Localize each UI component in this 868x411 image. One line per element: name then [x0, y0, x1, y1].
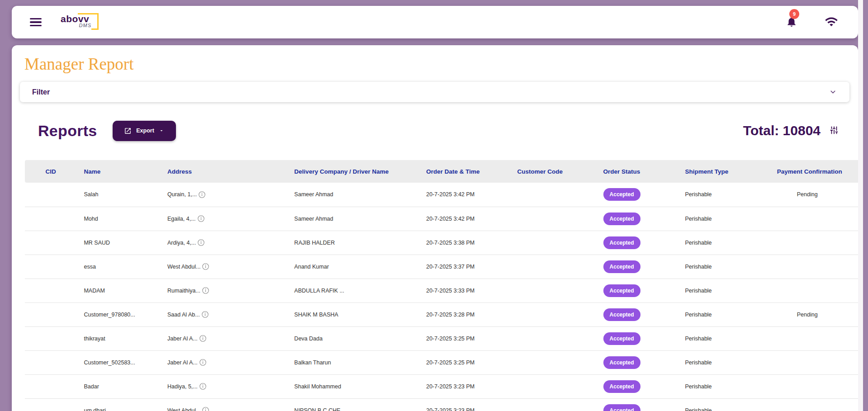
cell-driver-name: Sameer Ahmad [287, 207, 419, 231]
app-logo[interactable]: abovv DMS [61, 14, 99, 30]
address-text: Rumaithiya... [167, 288, 200, 294]
info-icon[interactable] [197, 239, 205, 246]
column-header-shipment-type: Shipment Type [678, 160, 755, 183]
cell-payment-confirmation [754, 255, 858, 279]
cell-cid [25, 231, 76, 255]
cell-payment-confirmation [754, 207, 858, 231]
cell-cid [25, 279, 76, 302]
top-navbar: abovv DMS 9 [12, 6, 858, 38]
cell-cid [25, 183, 76, 207]
cell-order-date: 20-7-2025 3:33 PM [419, 279, 510, 302]
table-row[interactable]: MR SAUDArdiya, 4,...RAJIB HALDER20-7-202… [25, 231, 858, 255]
hamburger-icon [30, 18, 42, 19]
notifications-button[interactable]: 9 [785, 15, 798, 29]
column-header-customer-code: Customer Code [510, 160, 596, 183]
table-row[interactable]: um dhariWest Abdul...NIPSON B C CHE...20… [25, 398, 858, 411]
column-header-delivery-company-driver-name: Delivery Company / Driver Name [287, 160, 419, 183]
cell-shipment-type: Perishable [678, 374, 755, 398]
info-icon[interactable] [198, 191, 206, 198]
tune-icon [829, 125, 839, 135]
order-status-badge: Accepted [603, 236, 640, 249]
filter-label: Filter [32, 88, 50, 96]
cell-cid [25, 302, 76, 326]
cell-driver-name: RAJIB HALDER [287, 231, 419, 255]
reports-toolbar: Reports Export Total: 10804 [38, 119, 840, 142]
info-icon[interactable] [202, 406, 209, 411]
cell-order-date: 20-7-2025 3:23 PM [419, 374, 510, 398]
cell-address: West Abdul... [160, 398, 287, 411]
filter-accordion[interactable]: Filter [20, 82, 849, 102]
address-text: Hadiya, 5,... [167, 383, 198, 390]
info-icon[interactable] [197, 215, 205, 222]
column-header-order-date-time: Order Date & Time [419, 160, 510, 183]
cell-customer-code [510, 374, 596, 398]
cell-order-status: Accepted [596, 231, 678, 255]
address-text: West Abdul... [167, 264, 200, 270]
reports-table: CIDNameAddressDelivery Company / Driver … [25, 160, 858, 411]
cell-order-date: 20-7-2025 3:25 PM [419, 350, 510, 374]
table-row[interactable]: essaWest Abdul...Anand Kumar20-7-2025 3:… [25, 255, 858, 279]
export-button[interactable]: Export [113, 121, 176, 141]
cell-order-status: Accepted [596, 183, 678, 207]
cell-order-status: Accepted [596, 255, 678, 279]
info-icon[interactable] [201, 311, 209, 318]
table-row[interactable]: MohdEgaila, 4,...Sameer Ahmad20-7-2025 3… [25, 207, 858, 231]
cell-order-status: Accepted [596, 279, 678, 302]
cell-payment-confirmation [754, 279, 858, 302]
total-count: Total: 10804 [743, 123, 821, 138]
cell-driver-name: ABDULLA RAFIK ... [287, 279, 419, 302]
info-icon[interactable] [202, 263, 209, 270]
cell-order-date: 20-7-2025 3:42 PM [419, 207, 510, 231]
cell-cid [25, 398, 76, 411]
cell-name: um dhari [76, 398, 160, 411]
cell-order-status: Accepted [596, 398, 678, 411]
cell-driver-name: Sameer Ahmad [287, 183, 419, 207]
info-icon[interactable] [202, 287, 209, 294]
cell-order-date: 20-7-2025 3:25 PM [419, 326, 510, 350]
cell-name: Mohd [76, 207, 160, 231]
cell-driver-name: SHAIK M BASHA [287, 302, 419, 326]
cell-order-date: 20-7-2025 3:37 PM [419, 255, 510, 279]
cell-address: West Abdul... [160, 255, 287, 279]
order-status-badge: Accepted [603, 332, 640, 345]
order-status-badge: Accepted [603, 284, 640, 297]
notification-badge: 9 [789, 9, 799, 19]
cell-order-date: 20-7-2025 3:42 PM [419, 183, 510, 207]
address-text: Jaber Al A... [167, 359, 198, 366]
table-row[interactable]: Customer_978080...Saad Al Ab...SHAIK M B… [25, 302, 858, 326]
table-row[interactable]: SalahQurain, 1,...Sameer Ahmad20-7-2025 … [25, 183, 858, 207]
cell-customer-code [510, 398, 596, 411]
export-button-label: Export [136, 128, 154, 134]
address-text: Saad Al Ab... [167, 312, 200, 318]
cell-driver-name: NIPSON B C CHE... [287, 398, 419, 411]
cell-address: Qurain, 1,... [160, 183, 287, 207]
cell-order-status: Accepted [596, 207, 678, 231]
cell-address: Saad Al Ab... [160, 302, 287, 326]
table-header-row: CIDNameAddressDelivery Company / Driver … [25, 160, 858, 183]
cell-shipment-type: Perishable [678, 302, 755, 326]
cell-cid [25, 255, 76, 279]
cell-order-status: Accepted [596, 302, 678, 326]
cell-customer-code [510, 326, 596, 350]
column-settings-button[interactable] [829, 125, 840, 136]
table-row[interactable]: thikrayatJaber Al A...Deva Dada20-7-2025… [25, 326, 858, 350]
info-icon[interactable] [199, 335, 207, 342]
menu-button[interactable] [30, 18, 42, 27]
cell-name: thikrayat [76, 326, 160, 350]
order-status-badge: Accepted [603, 308, 640, 321]
info-icon[interactable] [199, 359, 207, 366]
cell-shipment-type: Perishable [678, 279, 755, 302]
info-icon[interactable] [199, 383, 207, 390]
network-button[interactable] [825, 15, 838, 30]
reports-heading: Reports [38, 122, 97, 140]
table-row[interactable]: Customer_502583...Jaber Al A...Balkan Th… [25, 350, 858, 374]
logo-subtext: DMS [79, 23, 91, 28]
cell-order-date: 20-7-2025 3:28 PM [419, 302, 510, 326]
table-row[interactable]: MADAMRumaithiya...ABDULLA RAFIK ...20-7-… [25, 279, 858, 302]
scrollbar-track[interactable] [858, 0, 863, 411]
table-row[interactable]: BadarHadiya, 5,...Shakil Mohammed20-7-20… [25, 374, 858, 398]
cell-customer-code [510, 231, 596, 255]
cell-order-status: Accepted [596, 350, 678, 374]
cell-driver-name: Deva Dada [287, 326, 419, 350]
caret-down-icon [159, 128, 164, 133]
